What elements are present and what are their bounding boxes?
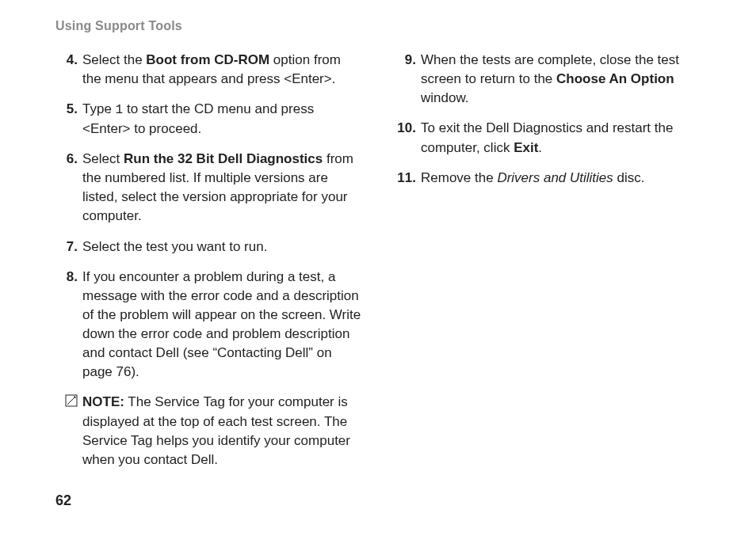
manual-page: Using Support Tools 4.Select the Boot fr… [0,0,756,536]
page-number: 62 [55,492,71,509]
note-text: NOTE: The Service Tag for your computer … [82,393,362,469]
item-text: Remove the Drivers and Utilities disc. [419,169,701,188]
note-icon [55,393,82,469]
note-block: NOTE: The Service Tag for your computer … [55,393,362,469]
left-column: 4.Select the Boot from CD-ROM option fro… [55,51,362,469]
item-number: 4. [55,51,81,89]
list-item: 9.When the tests are complete, close the… [394,51,701,108]
item-number: 8. [55,268,81,382]
item-number: 11. [394,169,419,188]
right-column: 9.When the tests are complete, close the… [394,51,701,469]
item-number: 6. [55,150,81,226]
item-text: To exit the Dell Diagnostics and restart… [419,119,701,157]
item-number: 5. [55,100,81,139]
list-item: 5.Type 1 to start the CD menu and press … [55,100,362,139]
item-text: Select the Boot from CD-ROM option from … [81,51,362,89]
list-item: 6.Select Run the 32 Bit Dell Diagnostics… [55,150,362,226]
item-text: When the tests are complete, close the t… [419,51,701,108]
list-item: 10.To exit the Dell Diagnostics and rest… [394,119,701,157]
item-number: 7. [55,238,81,257]
list-item: 11.Remove the Drivers and Utilities disc… [394,169,701,188]
list-item: 4.Select the Boot from CD-ROM option fro… [55,51,362,89]
list-item: 8.If you encounter a problem during a te… [55,268,362,382]
item-text: Type 1 to start the CD menu and press <E… [81,100,362,139]
item-number: 9. [394,51,419,108]
item-number: 10. [394,119,419,157]
item-text: If you encounter a problem during a test… [81,268,362,382]
list-item: 7.Select the test you want to run. [55,238,362,257]
item-text: Select Run the 32 Bit Dell Diagnostics f… [81,150,362,226]
content-columns: 4.Select the Boot from CD-ROM option fro… [55,51,701,469]
item-text: Select the test you want to run. [81,238,362,257]
section-header: Using Support Tools [55,19,701,33]
